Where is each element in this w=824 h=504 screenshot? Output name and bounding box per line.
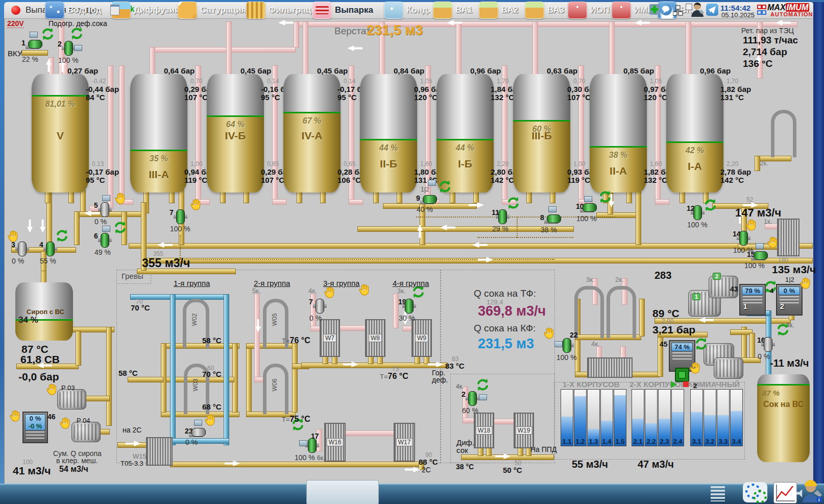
tank-top-pressure: 0,45 бар — [317, 67, 348, 75]
evaporator-IB[interactable]: 44 % I-Б 0,96 бар 1,701,84 бар132 °С 2,2… — [437, 74, 494, 193]
tank-top-pressure: 0,96 бар — [470, 67, 501, 75]
tank-fill-label: 38 % — [590, 151, 647, 160]
heatexchanger-4k[interactable] — [587, 357, 633, 378]
trend-chart-icon[interactable] — [773, 482, 797, 503]
k4-label: 4к. — [308, 287, 317, 295]
t88: 88 °С — [419, 458, 438, 466]
heatexchanger-w9[interactable]: W9 — [411, 319, 432, 357]
pump-p03[interactable] — [57, 389, 86, 410]
tank-mid-values: 1,701,82 бар131 °С — [720, 77, 751, 102]
taskbar-va3[interactable]: ВА3 — [525, 1, 564, 19]
pipe-segment — [170, 294, 176, 445]
tank-fill-label: 67 % — [283, 116, 341, 126]
k5-label: 5к. — [252, 287, 261, 295]
pump-right-4[interactable] — [714, 357, 743, 379]
manual-mode-icon — [58, 417, 72, 430]
taskbar-iop[interactable]: ИОП — [568, 1, 610, 19]
evaporator-IIIA[interactable]: 35 % III-А 0,64 бар 0.700,29 бар107 °С 1… — [130, 74, 187, 193]
manual-mode-icon — [113, 192, 127, 206]
log-icon[interactable] — [110, 5, 119, 15]
pipe-segment — [179, 259, 554, 260]
tank-top-pressure: 0,85 бар — [623, 67, 654, 75]
taskbar-vyparka[interactable]: Выпарка — [312, 1, 373, 19]
evaporator-IIIB[interactable]: 60 % III-Б 0,63 бар 0,700,30 бар107 °С 1… — [513, 74, 570, 193]
evaporator-IIB[interactable]: 44 % II-Б 0,84 бар 1,050,96 бар120 °С 1,… — [360, 74, 417, 193]
heatexchanger-2k-top[interactable] — [771, 110, 796, 157]
pipe-segment — [609, 21, 615, 77]
settings-gears-icon[interactable] — [743, 482, 767, 502]
taskbar-kond[interactable]: Конд. — [384, 1, 430, 19]
hmi-monitor-icon — [30, 32, 38, 38]
pump-p04[interactable] — [71, 422, 101, 442]
alarm-indicator-icon[interactable] — [11, 6, 20, 15]
auto-mode-icon — [113, 221, 127, 234]
manual-mode-icon — [798, 277, 812, 291]
vyparka-icon — [312, 2, 332, 19]
heatexchanger-w8[interactable]: W8 — [365, 319, 385, 357]
heatexchanger-2k[interactable] — [607, 286, 636, 338]
taskbar-diffusii[interactable]: Диффузии — [111, 1, 180, 19]
t76b-eq: Т=76 °С — [380, 372, 408, 381]
telegram-icon[interactable] — [706, 4, 718, 16]
desktop-edge — [813, 2, 824, 484]
taskbar-iml[interactable]: ИМл — [612, 1, 653, 19]
bars-group-1: 1-Х КОРПУСОВ 1.11.21.31.41.5 55 м3/ч — [561, 389, 626, 446]
btn2-label: 2 — [693, 382, 697, 390]
auto-mode-icon — [438, 180, 452, 194]
clock-date: 05.10.2025 — [721, 11, 755, 19]
level-bar: 1.1 — [561, 389, 573, 446]
heatexchanger-w7[interactable]: W7 — [320, 319, 340, 357]
pump-2-chip: 2 — [713, 273, 721, 280]
evaporator-V[interactable]: 81,01 % V 0,27 бар -0.42-0,44 бар84 °С 0… — [32, 74, 89, 193]
pipe-segment — [636, 190, 641, 245]
taskbar-filtracia[interactable]: Фильтрация — [246, 1, 322, 19]
heatexchanger-w19[interactable]: W19 — [514, 413, 534, 448]
heatexchanger-w06[interactable]: W06 — [263, 364, 288, 414]
heatexchanger-3k[interactable] — [574, 286, 604, 338]
vfd-43[interactable]: 79 %1 — [739, 284, 766, 316]
tank-name: I-Б — [437, 158, 494, 170]
chat-icon[interactable] — [660, 4, 672, 15]
operator-avatar[interactable] — [690, 2, 705, 17]
flow-355: 355 м3/ч — [142, 256, 190, 270]
k2top-label: 2к. — [760, 159, 768, 167]
podogrev-label: Подогр. деф.сока — [49, 19, 107, 28]
taskbar-va1[interactable]: ВА1 — [433, 1, 472, 19]
taskbar-saturacia[interactable]: Сатурация — [178, 1, 247, 19]
sok-tank[interactable]: 87 % Сок на ВС — [757, 374, 810, 462]
heatexchanger-w17[interactable]: W17 — [394, 423, 415, 462]
pipe-segment — [150, 47, 155, 77]
taskbar-va2[interactable]: ВА2 — [479, 1, 518, 19]
syrup-tank[interactable]: Сироп с ВС 34 % — [15, 282, 73, 341]
stop-icon[interactable] — [683, 381, 689, 387]
evaporator-IVB[interactable]: 64 % IV-Б 0,45 бар 0.14-0,16 бар95 °С 0,… — [207, 74, 264, 193]
vfd2-tag: 1|2 — [785, 276, 794, 283]
heatexchanger-w18[interactable]: W18 — [474, 413, 494, 448]
evaporator-IVA[interactable]: 67 % IV-А 0,45 бар 0.14-0,17 бар95 °С 0,… — [283, 74, 341, 193]
logo-automation: AUTOMATION — [770, 11, 813, 17]
level-bar: 3.4 — [730, 389, 743, 446]
heatexchanger-1k[interactable] — [777, 219, 799, 256]
evaporator-IIA[interactable]: 38 % II-А 0,85 бар 1,050,97 бар120 °С 1,… — [590, 74, 647, 193]
taskbar-vodpod[interactable]: ВодПод — [45, 1, 101, 19]
menu-icon[interactable] — [711, 486, 725, 501]
level-bar: 1.2 — [574, 389, 587, 446]
pipe-segment — [80, 190, 86, 213]
manual-mode-icon — [766, 236, 780, 250]
vfd-46[interactable]: 0 %-0 % — [22, 412, 48, 443]
evaporator-IA[interactable]: 42 % I-А 0,96 бар 1,701,82 бар131 °С 2,2… — [666, 74, 723, 193]
service-worker-icon[interactable]: i — [801, 478, 823, 502]
add-icon[interactable] — [649, 4, 660, 15]
tank-mid-values: -0.42-0,44 бар84 °С — [86, 77, 119, 102]
network-icon[interactable] — [673, 5, 683, 16]
manual-mode-icon — [542, 327, 556, 341]
heatexchanger-w16[interactable]: W16 — [324, 423, 346, 462]
layout-switch-icon[interactable] — [757, 5, 766, 15]
flow-147-sp: 52 — [746, 196, 753, 203]
iop-icon — [568, 2, 587, 19]
start-button[interactable] — [675, 368, 689, 382]
gor-def2: деф. — [432, 376, 448, 384]
syrup-fill-label: 34 % — [18, 315, 38, 325]
play-icon[interactable] — [671, 381, 677, 388]
heatexchanger-w15[interactable] — [146, 437, 173, 466]
